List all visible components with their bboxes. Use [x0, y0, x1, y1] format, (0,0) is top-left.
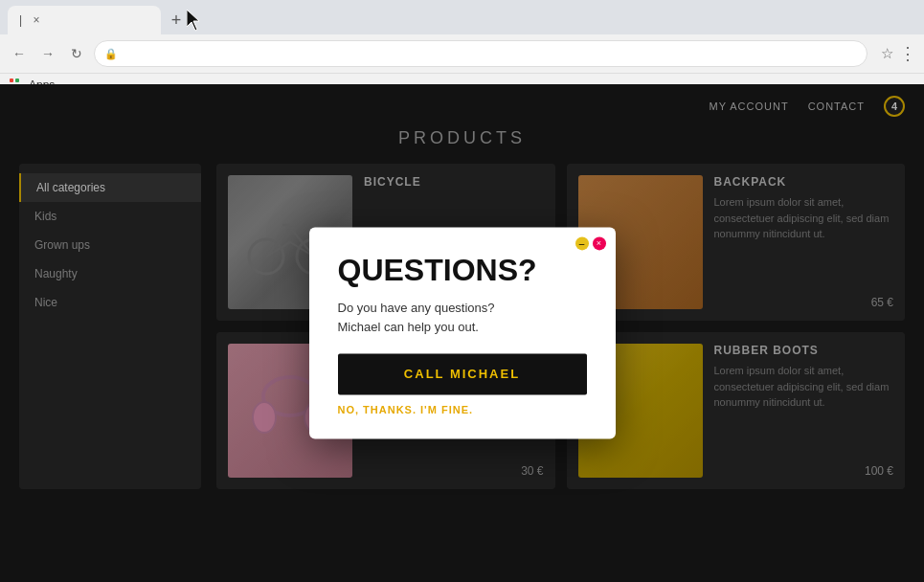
tab-close-button[interactable]: × [30, 13, 43, 27]
browser-menu-button[interactable]: ⋮ [899, 43, 916, 64]
browser-tab[interactable]: | × [8, 6, 161, 34]
call-michael-button[interactable]: CALL MICHAEL [338, 354, 587, 395]
lock-icon: 🔒 [104, 48, 118, 60]
browser-chrome: | × + ← → ↻ 🔒 ☆ ⋮ Apps [0, 0, 924, 84]
address-bar[interactable]: 🔒 [94, 40, 868, 67]
modal-body-line1: Do you have any questions? [338, 302, 495, 316]
back-button[interactable]: ← [8, 42, 31, 65]
dismiss-modal-link[interactable]: NO, THANKS. I'M FINE. [338, 405, 587, 416]
new-tab-button[interactable]: + [165, 9, 188, 32]
modal-title: QUESTIONS? [338, 254, 587, 287]
modal-controls: – × [575, 236, 606, 250]
website-content: MY ACCOUNT CONTACT 4 PRODUCTS All catego… [0, 84, 924, 582]
forward-button[interactable]: → [36, 42, 59, 65]
modal-minimize-button[interactable]: – [575, 236, 589, 250]
bookmark-button[interactable]: ☆ [881, 45, 893, 62]
tab-label: | [19, 13, 22, 27]
address-bar-row: ← → ↻ 🔒 ☆ ⋮ [0, 34, 924, 73]
modal-close-button[interactable]: × [593, 236, 606, 250]
tab-bar: | × + [0, 0, 924, 34]
modal-body: Do you have any questions? Michael can h… [338, 300, 587, 337]
questions-modal: – × QUESTIONS? Do you have any questions… [309, 227, 616, 438]
refresh-button[interactable]: ↻ [65, 42, 88, 65]
modal-body-line2: Michael can help you out. [338, 320, 479, 334]
